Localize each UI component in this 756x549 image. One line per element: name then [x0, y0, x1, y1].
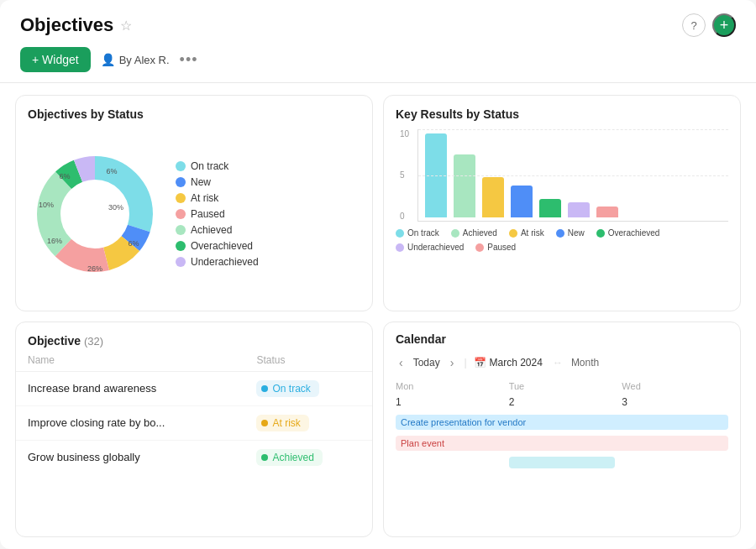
bar-legend-dot-new [556, 229, 564, 238]
obj-name-1: Increase brand awareness [16, 371, 244, 405]
donut-content: 30% 6% 6% 10% 16% 26% 6% On track [28, 129, 360, 299]
bar-legend-dot-ontrack [396, 229, 404, 238]
legend-label-paused: Paused [191, 208, 225, 220]
event-create-presentation[interactable]: Create presentation for vendor [396, 415, 728, 430]
header: Objectives ☆ ? + [0, 0, 756, 44]
legend-label-achieved: Achieved [191, 224, 232, 236]
calendar-title: Calendar [396, 332, 728, 346]
event-plan[interactable]: Plan event [396, 436, 728, 451]
table-row[interactable]: Grow business globally Achieved [16, 440, 372, 474]
grid-line-5 [418, 175, 728, 176]
day-2: 2 [509, 395, 616, 411]
legend-new: New [176, 176, 259, 188]
donut-chart: 30% 6% 6% 10% 16% 26% 6% [28, 147, 162, 281]
legend-atrisk: At risk [176, 192, 259, 204]
svg-text:6%: 6% [59, 172, 70, 180]
next-month-button[interactable]: › [447, 354, 458, 371]
header-left: Objectives ☆ [20, 14, 132, 36]
prev-month-button[interactable]: ‹ [396, 354, 407, 371]
day-header-mon: Mon [396, 379, 502, 395]
bar-legend-label-overachieved: Overachieved [608, 228, 660, 238]
legend-dot-paused [176, 209, 186, 219]
day-1: 1 [396, 395, 502, 411]
by-user: 👤 By Alex R. [101, 53, 170, 66]
add-button[interactable]: + [712, 13, 736, 37]
bar-legend-label-new: New [568, 228, 585, 238]
objectives-list-title: Objective [28, 334, 81, 348]
bar-legend-paused: Paused [475, 243, 516, 252]
calendar-events: Create presentation for vendor Plan even… [396, 415, 728, 471]
obj-name-3: Grow business globally [16, 440, 244, 474]
y-labels: 10 5 0 [400, 129, 409, 221]
bar-legend-overachieved: Overachieved [596, 228, 660, 238]
more-button[interactable]: ••• [180, 51, 198, 69]
event-teal[interactable] [509, 457, 616, 468]
bar-legend: On track Achieved At risk New [396, 228, 728, 252]
bar-card-title: Key Results by Status [396, 107, 728, 121]
bar-legend-label-ontrack: On track [407, 228, 439, 238]
objectives-list-header: Objective (32) [16, 322, 372, 348]
bar-legend-dot-atrisk [509, 229, 517, 238]
status-dot [261, 454, 268, 461]
legend-dot-atrisk [176, 193, 186, 203]
bar-paused [596, 207, 618, 217]
bars-container: 10 5 0 [417, 129, 728, 222]
svg-text:10%: 10% [39, 201, 54, 209]
status-dot [261, 385, 268, 392]
grid-line-10 [418, 129, 728, 130]
legend-overachieved: Overachieved [176, 240, 259, 252]
user-label: By Alex R. [119, 54, 170, 66]
bar-legend-dot-overachieved [596, 229, 605, 238]
objectives-table: Name Status Increase brand awareness On … [16, 348, 372, 474]
bar-legend-underachieved: Underachieved [396, 243, 464, 252]
table-row[interactable]: Increase brand awareness On track [16, 371, 372, 405]
star-icon[interactable]: ☆ [120, 18, 132, 34]
legend-achieved: Achieved [176, 224, 259, 236]
calendar-card: Calendar ‹ Today › | 📅 March 2024 ↔ Mont… [383, 322, 741, 538]
bar-legend-label-achieved: Achieved [463, 228, 497, 238]
bar-underachieved [568, 202, 590, 217]
bar-legend-label-paused: Paused [487, 243, 516, 252]
status-label: Achieved [272, 452, 313, 463]
status-badge-ontrack: On track [256, 380, 318, 397]
bar-legend-label-atrisk: At risk [521, 228, 544, 238]
calendar-view[interactable]: Month [571, 357, 599, 369]
bar-new [511, 186, 533, 217]
obj-status-1: On track [244, 371, 372, 405]
event-row-3 [396, 457, 728, 471]
svg-text:30%: 30% [108, 203, 123, 212]
legend-label-underachieved: Underachieved [191, 256, 259, 268]
day-3: 3 [622, 395, 728, 411]
legend-label-new: New [191, 176, 211, 188]
main-grid: Objectives by Status [0, 83, 756, 549]
svg-text:26%: 26% [87, 264, 102, 273]
obj-name-2: Improve closing rate by bo... [16, 405, 244, 440]
donut-card-title: Objectives by Status [28, 107, 360, 121]
today-label[interactable]: Today [413, 357, 440, 369]
bar-chart-area: 10 5 0 [396, 129, 728, 299]
table-row[interactable]: Improve closing rate by bo... At risk [16, 405, 372, 440]
calendar-icon: 📅 [474, 357, 486, 369]
y-label-5: 5 [400, 170, 409, 180]
legend-dot-new [176, 177, 186, 187]
widget-button[interactable]: + Widget [20, 47, 91, 72]
legend-dot-achieved [176, 225, 186, 235]
status-label: On track [272, 383, 310, 395]
bar-achieved [454, 154, 475, 217]
bar-legend-dot-underachieved [396, 243, 404, 252]
month-label: March 2024 [490, 357, 543, 369]
bar-atrisk [482, 177, 504, 217]
bar-legend-dot-paused [475, 243, 484, 252]
donut-labels: 30% 6% 6% 10% 16% 26% 6% [28, 147, 162, 281]
bar-legend-achieved: Achieved [451, 228, 497, 238]
legend-label-atrisk: At risk [191, 192, 218, 204]
y-label-0: 0 [400, 212, 409, 221]
bar-legend-new: New [556, 228, 585, 238]
key-results-card: Key Results by Status 10 5 0 [383, 95, 741, 311]
bar-legend-atrisk: At risk [509, 228, 544, 238]
bar-legend-ontrack: On track [396, 228, 439, 238]
help-button[interactable]: ? [682, 13, 706, 37]
event-label-1: Create presentation for vendor [401, 417, 526, 427]
status-badge-atrisk: At risk [256, 415, 308, 431]
header-right: ? + [682, 13, 736, 37]
